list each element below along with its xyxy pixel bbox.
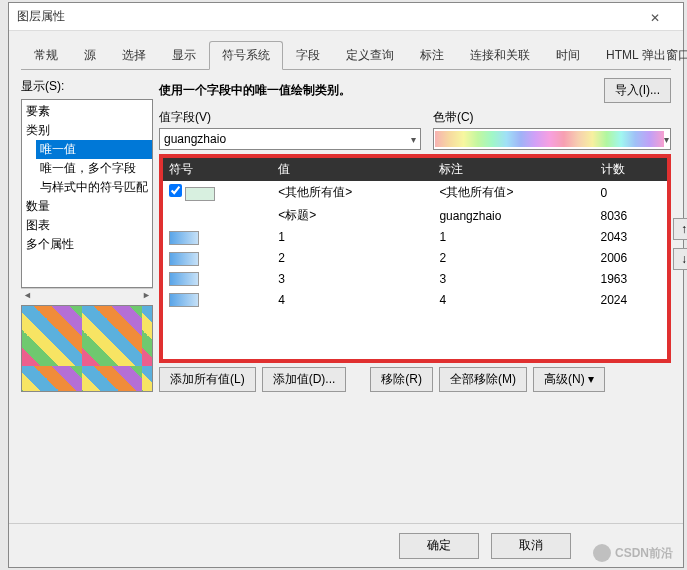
remove-button[interactable]: 移除(R) [370,367,433,392]
watermark-text: CSDN前沿 [615,545,673,562]
cell-label: guangzhaio [433,204,594,227]
cell-count: 0 [595,181,668,204]
cell-label: 4 [433,289,594,310]
other-values-checkbox[interactable] [169,184,182,197]
cell-value: 3 [272,269,433,290]
th-count: 计数 [595,158,668,181]
cell-label: 3 [433,269,594,290]
window-title: 图层属性 [17,8,635,25]
table-row[interactable]: <其他所有值><其他所有值>0 [163,181,667,204]
cell-label: <其他所有值> [433,181,594,204]
swatch-icon [185,187,215,201]
scroll-left-icon: ◄ [23,290,32,300]
table-row[interactable]: 112043 [163,227,667,248]
th-value: 值 [272,158,433,181]
tab-5[interactable]: 字段 [283,41,333,69]
cell-count: 2006 [595,248,668,269]
symbology-preview [21,305,153,392]
value-field-label: 值字段(V) [159,109,421,126]
tree-scrollbar[interactable]: ◄► [21,288,153,301]
cell-count: 8036 [595,204,668,227]
swatch-icon [169,231,199,245]
table-row[interactable]: <标题>guangzhaio8036 [163,204,667,227]
scroll-right-icon: ► [142,290,151,300]
values-table[interactable]: 符号 值 标注 计数 <其他所有值><其他所有值>0<标题>guangzhaio… [163,158,667,310]
tree-categories[interactable]: 类别 [22,121,152,140]
cell-count: 1963 [595,269,668,290]
tab-10[interactable]: HTML 弹出窗口 [593,41,687,69]
move-up-button[interactable]: ↑ [673,218,687,240]
import-button[interactable]: 导入(I)... [604,78,671,103]
move-down-button[interactable]: ↓ [673,248,687,270]
tab-3[interactable]: 显示 [159,41,209,69]
cell-label: 1 [433,227,594,248]
tree-multiple-attrs[interactable]: 多个属性 [22,235,152,254]
watermark: CSDN前沿 [593,544,673,562]
tabs-bar: 常规源选择显示符号系统字段定义查询标注连接和关联时间HTML 弹出窗口 [21,41,671,70]
dialog-footer: 确定 取消 应用(A) [9,523,683,567]
chevron-down-icon: ▾ [664,134,669,145]
tree-quantities[interactable]: 数量 [22,197,152,216]
dialog-body: 常规源选择显示符号系统字段定义查询标注连接和关联时间HTML 弹出窗口 显示(S… [9,31,683,400]
right-panel: 使用一个字段中的唯一值绘制类别。 导入(I)... 值字段(V) guangzh… [159,78,671,392]
swatch-icon [169,293,199,307]
ok-button[interactable]: 确定 [399,533,479,559]
color-ramp-preview [435,131,664,147]
tree-charts[interactable]: 图表 [22,216,152,235]
values-tbody: <其他所有值><其他所有值>0<标题>guangzhaio80361120432… [163,181,667,310]
swatch-icon [169,272,199,286]
remove-all-button[interactable]: 全部移除(M) [439,367,527,392]
cell-label: 2 [433,248,594,269]
advanced-button[interactable]: 高级(N) ▾ [533,367,605,392]
tree-match-style[interactable]: 与样式中的符号匹配 [36,178,152,197]
tab-9[interactable]: 时间 [543,41,593,69]
th-label: 标注 [433,158,594,181]
close-icon: ✕ [650,11,660,25]
color-ramp-select[interactable]: ▾ [433,128,671,150]
titlebar: 图层属性 ✕ [9,3,683,31]
cell-value: 1 [272,227,433,248]
table-row[interactable]: 442024 [163,289,667,310]
value-field-value: guangzhaio [164,132,226,146]
cell-value: 4 [272,289,433,310]
th-symbol: 符号 [163,158,272,181]
add-value-button[interactable]: 添加值(D)... [262,367,347,392]
tree-unique-many-fields[interactable]: 唯一值，多个字段 [36,159,152,178]
tree-features[interactable]: 要素 [22,102,152,121]
tab-0[interactable]: 常规 [21,41,71,69]
tab-7[interactable]: 标注 [407,41,457,69]
wechat-icon [593,544,611,562]
tab-1[interactable]: 源 [71,41,109,69]
tab-4[interactable]: 符号系统 [209,41,283,70]
bottom-button-row: 添加所有值(L) 添加值(D)... 移除(R) 全部移除(M) 高级(N) ▾ [159,367,671,392]
close-button[interactable]: ✕ [635,4,675,30]
arrow-up-icon: ↑ [681,222,687,236]
layer-properties-dialog: 图层属性 ✕ 常规源选择显示符号系统字段定义查询标注连接和关联时间HTML 弹出… [8,2,684,568]
left-panel: 显示(S): 要素 类别 唯一值 唯一值，多个字段 与样式中的符号匹配 数量 图… [21,78,153,392]
add-all-values-button[interactable]: 添加所有值(L) [159,367,256,392]
cell-value: <标题> [272,204,433,227]
show-tree[interactable]: 要素 类别 唯一值 唯一值，多个字段 与样式中的符号匹配 数量 图表 多个属性 [21,99,153,288]
values-table-box: 符号 值 标注 计数 <其他所有值><其他所有值>0<标题>guangzhaio… [159,154,671,363]
chevron-down-icon: ▾ [411,134,416,145]
symbology-tab-content: 显示(S): 要素 类别 唯一值 唯一值，多个字段 与样式中的符号匹配 数量 图… [21,70,671,400]
color-ramp-label: 色带(C) [433,109,671,126]
symbology-description: 使用一个字段中的唯一值绘制类别。 [159,82,598,99]
tab-2[interactable]: 选择 [109,41,159,69]
cell-count: 2024 [595,289,668,310]
tab-6[interactable]: 定义查询 [333,41,407,69]
cell-value: <其他所有值> [272,181,433,204]
tree-unique-values[interactable]: 唯一值 [36,140,152,159]
table-row[interactable]: 331963 [163,269,667,290]
table-row[interactable]: 222006 [163,248,667,269]
value-field-select[interactable]: guangzhaio ▾ [159,128,421,150]
cell-value: 2 [272,248,433,269]
tab-8[interactable]: 连接和关联 [457,41,543,69]
show-label: 显示(S): [21,78,153,95]
arrow-down-icon: ↓ [681,252,687,266]
cell-count: 2043 [595,227,668,248]
swatch-icon [169,252,199,266]
cancel-button[interactable]: 取消 [491,533,571,559]
